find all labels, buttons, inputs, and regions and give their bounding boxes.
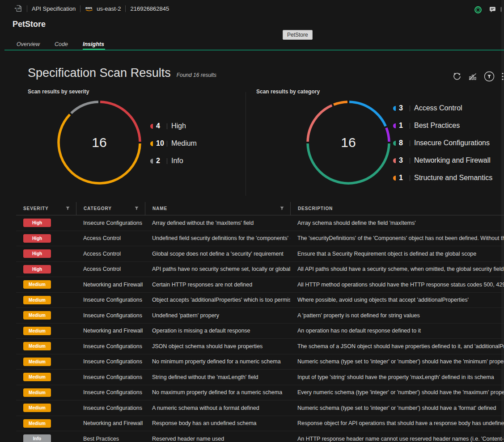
category-cell: Networking and Firewall <box>76 328 145 334</box>
table-row[interactable]: HighAccess ControlGlobal scope does not … <box>16 246 504 262</box>
category-cell: Best Practices <box>76 436 145 442</box>
severity-cell: Medium <box>16 296 76 304</box>
donut-segment-info[interactable] <box>71 102 98 113</box>
table-row[interactable]: HighAccess ControlAPI paths have no secu… <box>16 262 504 278</box>
donut-segment-high[interactable] <box>100 102 140 142</box>
filter-icon[interactable] <box>280 206 284 211</box>
table-row[interactable]: MediumNetworking and FirewallResponse bo… <box>16 416 504 432</box>
region-label: us-east-2 <box>97 5 121 12</box>
name-cell: Reserved header name used <box>145 436 290 442</box>
account-id-label: 216926862845 <box>130 5 169 12</box>
category-cell: Insecure Configurations <box>76 220 145 226</box>
legend-item-networking-and-firewall[interactable]: 3Networking and Firewall <box>393 156 492 164</box>
column-header-name: NAME <box>145 202 290 215</box>
legend-item-insecure-configurations[interactable]: 8Insecure Configurations <box>393 139 492 147</box>
table-row[interactable]: MediumInsecure ConfigurationsNo maximum … <box>16 385 504 401</box>
table-row[interactable]: InfoBest PracticesReserved header name u… <box>16 431 504 442</box>
filter-icon[interactable] <box>66 206 70 211</box>
name-cell: Undefined 'pattern' propery <box>145 312 290 319</box>
severity-cell: Medium <box>16 280 76 289</box>
donut-segment-insecure-configurations[interactable] <box>308 143 389 183</box>
name-cell: Response body has an undefined schema <box>145 420 290 426</box>
legend-divider <box>410 105 410 111</box>
severity-cell: Medium <box>16 373 76 381</box>
chat-icon[interactable] <box>489 6 496 13</box>
legend-count: 2 <box>156 157 165 165</box>
legend-count: 1 <box>399 122 408 130</box>
description-cell: The 'securityDefinitions' of the 'Compon… <box>290 235 504 241</box>
status-ring-icon[interactable] <box>474 6 482 14</box>
legend-item-high[interactable]: 4High <box>150 122 197 130</box>
legend-count: 4 <box>156 122 165 130</box>
donut-segment-access-control[interactable] <box>349 102 385 126</box>
legend-divider <box>167 123 167 129</box>
category-cell: Insecure Configurations <box>76 297 145 303</box>
severity-cell: Medium <box>16 327 76 335</box>
tab-code[interactable]: Code <box>55 41 68 51</box>
description-cell: Response object for API operations that … <box>290 420 504 426</box>
name-cell: Object accepts 'additionalProperties' wh… <box>145 297 290 303</box>
legend-item-info[interactable]: 2Info <box>150 157 197 165</box>
category-cell: Insecure Configurations <box>76 405 145 411</box>
severity-badge: Medium <box>23 388 51 397</box>
table-row[interactable]: MediumInsecure ConfigurationsJSON object… <box>16 339 504 354</box>
legend-count: 8 <box>399 139 408 147</box>
filter-circle-icon[interactable] <box>484 71 495 82</box>
name-cell: No maximum property defined for a numeri… <box>145 389 290 396</box>
api-file-icon: API <box>14 4 22 13</box>
table-row[interactable]: MediumNetworking and FirewallCertain HTT… <box>16 277 504 293</box>
tab-overview[interactable]: Overview <box>17 41 40 51</box>
table-row[interactable]: MediumInsecure ConfigurationsNo minimum … <box>16 354 504 370</box>
severity-cell: Medium <box>16 404 76 412</box>
severity-badge: Medium <box>23 311 51 320</box>
name-cell: Certain HTTP responses are not defined <box>145 282 290 288</box>
svg-text:aws: aws <box>85 6 93 10</box>
description-cell: All API paths should have a security sch… <box>290 266 504 272</box>
legend-label: Networking and Firewall <box>414 156 491 164</box>
severity-cell: Info <box>16 434 76 442</box>
name-cell: Array defined without the 'maxItems' fie… <box>145 220 290 226</box>
donut-segment-medium[interactable] <box>59 114 140 183</box>
tab-insights[interactable]: Insights <box>83 41 104 51</box>
severity-badge: Medium <box>23 404 51 412</box>
severity-cell: High <box>16 219 76 227</box>
region-indicator: aws us-east-2 <box>85 5 121 12</box>
donut-segment-structure-and-semantics[interactable] <box>334 102 347 105</box>
filter-icon[interactable] <box>135 206 139 211</box>
legend-item-medium[interactable]: 10Medium <box>150 139 197 147</box>
donut-segment-networking-and-firewall[interactable] <box>308 105 332 142</box>
legend-item-access-control[interactable]: 3Access Control <box>393 104 492 112</box>
severity-donut-chart[interactable]: 16 <box>57 100 142 185</box>
severity-badge: Medium <box>23 296 51 304</box>
table-row[interactable]: MediumInsecure ConfigurationsString defi… <box>16 370 504 385</box>
severity-cell: Medium <box>16 311 76 320</box>
description-cell: Numeric schema (type set to 'integer' or… <box>290 405 504 411</box>
table-row[interactable]: HighAccess ControlUndefined field securi… <box>16 231 504 247</box>
scan-results-header: Specification Scan Results Found 16 resu… <box>28 66 216 80</box>
refresh-icon[interactable] <box>453 72 462 81</box>
severity-badge: Medium <box>23 419 51 428</box>
table-row[interactable]: MediumInsecure ConfigurationsA numeric s… <box>16 400 504 416</box>
donut-segment-best-practices[interactable] <box>386 128 389 142</box>
legend-item-best-practices[interactable]: 1Best Practices <box>393 122 492 130</box>
legend-item-structure-and-semantics[interactable]: 1Structure and Semantics <box>393 174 492 182</box>
table-header: SEVERITY CATEGORY NAME DESCRIPTION <box>16 202 504 215</box>
description-cell: An operation has no default response def… <box>290 328 504 334</box>
severity-badge: Medium <box>23 327 51 335</box>
name-cell: A numeric schema without a format define… <box>145 405 290 411</box>
table-row[interactable]: HighInsecure ConfigurationsArray defined… <box>16 215 504 231</box>
column-header-severity: SEVERITY <box>16 202 76 215</box>
column-header-category: CATEGORY <box>76 202 145 215</box>
chart-icon[interactable] <box>469 73 477 80</box>
table-row[interactable]: MediumInsecure ConfigurationsUndefined '… <box>16 308 504 324</box>
category-donut-chart[interactable]: 16 <box>306 100 391 185</box>
category-cell: Access Control <box>76 266 145 272</box>
divider <box>125 5 126 12</box>
legend-divider <box>410 123 410 129</box>
table-row[interactable]: MediumNetworking and FirewallOperation i… <box>16 324 504 339</box>
column-label: DESCRIPTION <box>298 206 333 211</box>
kebab-menu-icon[interactable] <box>502 72 504 80</box>
table-row[interactable]: MediumInsecure ConfigurationsObject acce… <box>16 293 504 308</box>
description-cell: Array schema should define the field 'ma… <box>290 220 504 226</box>
category-cell: Insecure Configurations <box>76 374 145 380</box>
